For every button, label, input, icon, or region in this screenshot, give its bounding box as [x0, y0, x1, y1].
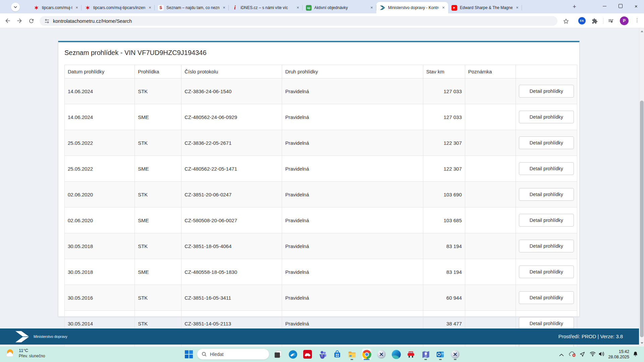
x-diagnostic-app-2[interactable]: ✕ — [450, 349, 460, 360]
chrome-app[interactable] — [362, 349, 371, 360]
cell-poznamka — [465, 259, 516, 285]
browser-tab[interactable]: tipcars.com/muj-tipcars/inzerce× — [82, 2, 155, 13]
cell-km: 122 307 — [423, 130, 465, 156]
browser-tab[interactable]: iDNES.cz – s námi víte víc× — [229, 2, 303, 13]
detail-prohlidky-button[interactable]: Detail prohlídky — [519, 188, 574, 201]
site-footer: Ministerstvo dopravy Prostředí: PROD | V… — [0, 328, 639, 345]
menu-dots-icon[interactable]: ⋮ — [635, 17, 640, 23]
start-button[interactable] — [184, 350, 193, 359]
cell-prohlidka: STK — [135, 130, 181, 156]
detail-prohlidky-button[interactable]: Detail prohlídky — [519, 240, 574, 252]
new-tab-button[interactable]: + — [570, 3, 579, 11]
minimize-button[interactable] — [597, 0, 612, 12]
cell-protokol: CZ-3851-18-05-4064 — [181, 233, 282, 259]
outlook-app[interactable] — [436, 349, 445, 360]
tipcars-app[interactable] — [303, 349, 312, 360]
location-status[interactable] — [579, 351, 585, 358]
tab-close-icon[interactable]: × — [515, 5, 520, 10]
svg-text:T: T — [321, 354, 323, 357]
notifications-button[interactable] — [633, 351, 638, 358]
table-row: 02.06.2020SMECZ-580508-20-06-0027Pravide… — [65, 207, 577, 233]
tray-chevron-up-icon — [559, 353, 564, 357]
column-header: Stav km — [423, 65, 465, 78]
scrollbar-thumb[interactable] — [640, 101, 644, 337]
tab-close-icon[interactable]: × — [441, 5, 446, 10]
cell-prohlidka: STK — [135, 233, 181, 259]
volume-status[interactable] — [598, 351, 605, 358]
maximize-button[interactable] — [612, 0, 628, 12]
column-header: Druh prohlídky — [282, 65, 423, 78]
edge-icon — [392, 350, 401, 359]
microsoft-store-app[interactable] — [332, 349, 342, 360]
tab-close-icon[interactable]: × — [147, 5, 153, 10]
tipcars-icon — [303, 350, 312, 359]
bookmark-button[interactable] — [562, 17, 570, 25]
scroll-up-icon[interactable] — [639, 29, 644, 34]
task-view-button[interactable] — [273, 349, 283, 360]
detail-prohlidky-button[interactable]: Detail prohlídky — [519, 317, 574, 330]
browser-tab[interactable]: Aktivní objednávky× — [303, 2, 376, 13]
fa-extension-icon[interactable]: FA — [578, 17, 586, 24]
browser-tab[interactable]: Ministerstvo dopravy - Kontrola× — [376, 2, 448, 13]
taskbar-search[interactable]: Hledat — [197, 349, 269, 360]
browser-toolbar: kontrolatachometru.cz/Home/Search FA P ⋮ — [0, 13, 644, 28]
tab-search-button[interactable] — [11, 3, 20, 11]
back-button[interactable] — [4, 17, 11, 24]
cell-km: 127 033 — [423, 104, 465, 130]
onedrive-status[interactable] — [568, 351, 576, 359]
wifi-status[interactable] — [589, 351, 596, 358]
file-explorer-app[interactable] — [347, 349, 357, 360]
maps-app[interactable] — [421, 349, 430, 360]
car-pixel-app[interactable] — [406, 349, 416, 360]
cell-poznamka — [465, 78, 516, 104]
x-diagnostic-app[interactable]: ✕ — [377, 349, 386, 360]
detail-prohlidky-button[interactable]: Detail prohlídky — [519, 214, 574, 227]
tray-expand-button[interactable] — [559, 352, 564, 358]
location-icon — [579, 351, 585, 357]
tab-title: tipcars.com/muj-tipcars/inzerce — [93, 5, 145, 10]
detail-prohlidky-button[interactable]: Detail prohlídky — [519, 111, 574, 123]
cell-datum: 02.06.2020 — [65, 207, 135, 233]
forward-icon — [16, 17, 23, 24]
cell-datum: 30.05.2018 — [65, 259, 135, 285]
taskbar-clock[interactable]: 15:42 28.08.2025 — [608, 349, 629, 360]
cell-druh: Pravidelná — [282, 130, 423, 156]
cell-druh: Pravidelná — [282, 285, 423, 311]
address-bar[interactable]: kontrolatachometru.cz/Home/Search — [40, 16, 557, 26]
detail-prohlidky-button[interactable]: Detail prohlídky — [519, 291, 574, 304]
forward-button[interactable] — [16, 17, 23, 24]
scroll-down-icon[interactable] — [639, 341, 644, 345]
tab-close-icon[interactable]: × — [369, 5, 374, 10]
browser-tab[interactable]: tipcars.com/muj-tipcars/inzerce× — [30, 2, 82, 13]
browser-tab[interactable]: Seznam – najdu tam, co nezná× — [155, 2, 229, 13]
cell-datum: 30.05.2016 — [65, 285, 135, 311]
detail-prohlidky-button[interactable]: Detail prohlídky — [519, 85, 574, 98]
column-header: Datum prohlídky — [65, 65, 135, 78]
extensions-button[interactable] — [591, 17, 598, 25]
ministry-logo-icon — [15, 331, 30, 344]
browser-tab[interactable]: Edward Sharpe & The Magneti× — [448, 2, 522, 13]
profile-avatar[interactable]: P — [620, 16, 629, 25]
tab-close-icon[interactable]: × — [74, 5, 79, 10]
cell-km: 122 307 — [423, 156, 465, 182]
reload-button[interactable] — [28, 17, 35, 24]
cell-protokol: CZ-3851-20-06-0247 — [181, 182, 282, 207]
detail-prohlidky-button[interactable]: Detail prohlídky — [519, 162, 574, 175]
detail-prohlidky-button[interactable]: Detail prohlídky — [519, 265, 574, 278]
page-scrollbar[interactable] — [639, 28, 644, 347]
cell-action: Detail prohlídky — [516, 156, 577, 182]
teams-app[interactable]: T — [318, 349, 327, 360]
detail-prohlidky-button[interactable]: Detail prohlídky — [519, 136, 574, 149]
media-controls-button[interactable] — [607, 17, 614, 25]
close-window-button[interactable]: × — [628, 0, 644, 12]
openoffice-app[interactable] — [288, 349, 298, 360]
bookmark-star-icon — [563, 18, 569, 24]
wifi-icon — [589, 351, 596, 357]
cell-km: 60 944 — [423, 285, 465, 311]
tab-close-icon[interactable]: × — [221, 5, 227, 10]
tab-close-icon[interactable]: × — [295, 5, 301, 10]
weather-widget[interactable]: 11°C Přev. slunečno — [5, 348, 45, 359]
edge-app[interactable] — [391, 349, 401, 360]
table-row: 25.05.2022SMECZ-480562-22-05-1471Pravide… — [65, 156, 577, 182]
cell-prohlidka: SME — [135, 207, 181, 233]
